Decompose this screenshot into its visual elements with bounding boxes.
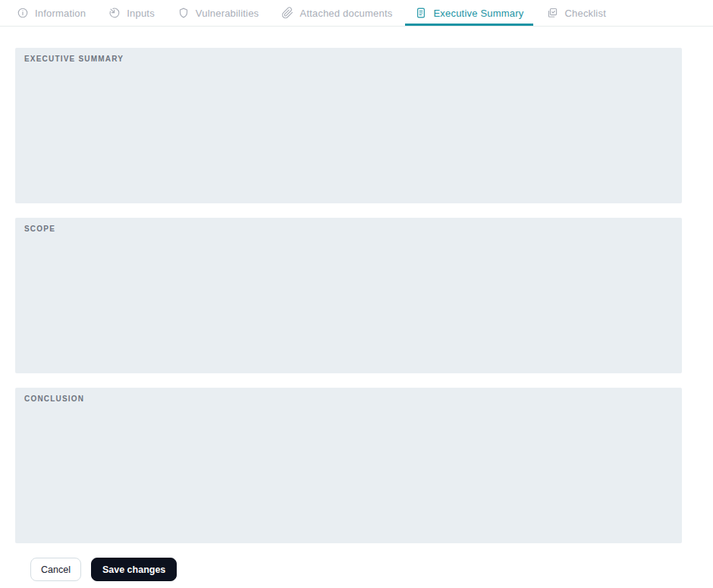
tab-information[interactable]: Information (7, 0, 96, 26)
input-arrow-icon (108, 7, 121, 19)
paperclip-icon (281, 7, 294, 19)
document-icon (415, 7, 427, 19)
tab-inputs[interactable]: Inputs (99, 0, 165, 26)
tab-checklist[interactable]: Checklist (536, 0, 616, 26)
tab-label: Vulnerabilities (196, 8, 259, 19)
cancel-button[interactable]: Cancel (30, 558, 81, 581)
tab-vulnerabilities[interactable]: Vulnerabilities (168, 0, 269, 26)
conclusion-field: CONCLUSION (15, 388, 682, 543)
conclusion-textarea[interactable] (15, 388, 682, 543)
scope-textarea[interactable] (15, 218, 682, 373)
info-icon (17, 7, 29, 19)
tab-bar: Information Inputs Vulnerabilities Attac… (0, 0, 713, 27)
checklist-icon (546, 7, 558, 19)
shield-icon (177, 7, 190, 19)
executive-summary-field: EXECUTIVE SUMMARY (15, 48, 682, 203)
tab-label: Checklist (564, 8, 606, 19)
tab-label: Inputs (127, 8, 155, 19)
executive-summary-panel: EXECUTIVE SUMMARY SCOPE CONCLUSION Cance… (0, 27, 713, 581)
executive-summary-textarea[interactable] (15, 48, 682, 203)
tab-executive-summary[interactable]: Executive Summary (405, 0, 533, 26)
tab-label: Attached documents (300, 8, 392, 19)
form-actions: Cancel Save changes (30, 558, 713, 581)
tab-attached-documents[interactable]: Attached documents (272, 0, 402, 26)
save-changes-button[interactable]: Save changes (91, 558, 177, 581)
tab-label: Executive Summary (433, 8, 523, 19)
tab-label: Information (35, 8, 86, 19)
scope-field: SCOPE (15, 218, 682, 373)
